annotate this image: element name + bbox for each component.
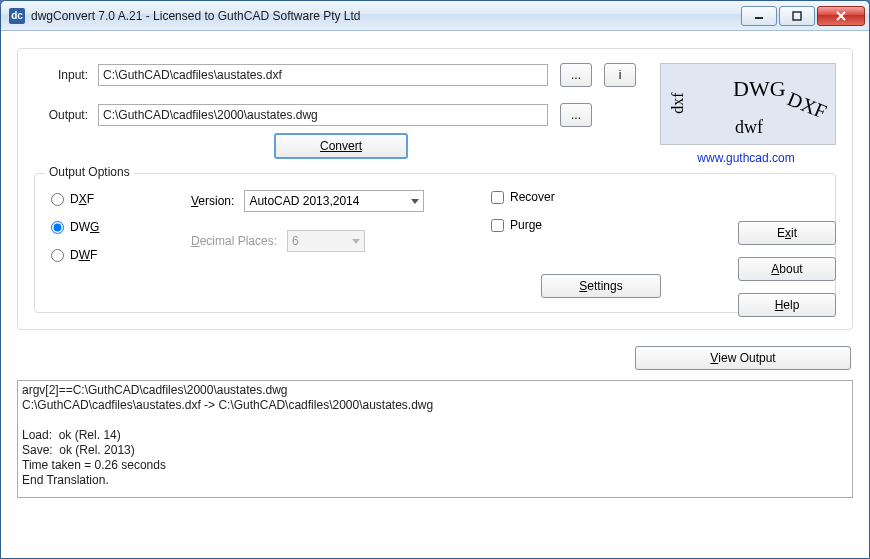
chevron-down-icon <box>411 199 419 204</box>
purge-checkbox[interactable]: Purge <box>491 218 621 232</box>
decimal-places-label: Decimal Places: <box>191 234 277 248</box>
chevron-down-icon <box>352 239 360 244</box>
svg-rect-1 <box>793 12 801 20</box>
recover-checkbox[interactable]: Recover <box>491 190 621 204</box>
close-icon <box>834 10 848 22</box>
format-dwg-radio[interactable]: DWG <box>51 220 191 234</box>
output-path-field[interactable] <box>98 104 548 126</box>
maximize-icon <box>791 11 803 21</box>
decimal-places-select: 6 <box>287 230 365 252</box>
input-label: Input: <box>34 68 98 82</box>
close-button[interactable] <box>817 6 865 26</box>
right-column: DWG dxf DXF dwf www.guthcad.com Exit Abo… <box>656 63 836 317</box>
exit-button[interactable]: Exit <box>738 221 836 245</box>
format-dwf-radio[interactable]: DWF <box>51 248 191 262</box>
help-button[interactable]: Help <box>738 293 836 317</box>
about-button[interactable]: About <box>738 257 836 281</box>
settings-button[interactable]: Settings <box>541 274 661 298</box>
decimal-places-value: 6 <box>292 234 299 248</box>
browse-output-button[interactable]: ... <box>560 103 592 127</box>
client-area: Input: ... i Output: ... Convert Output … <box>1 31 869 558</box>
convert-button[interactable]: Convert <box>274 133 408 159</box>
main-panel: Input: ... i Output: ... Convert Output … <box>17 48 853 330</box>
app-icon: dc <box>9 8 25 24</box>
version-value: AutoCAD 2013,2014 <box>249 194 359 208</box>
version-label: Version: <box>191 194 234 208</box>
view-output-button[interactable]: View Output <box>635 346 851 370</box>
output-label: Output: <box>34 108 98 122</box>
browse-input-button[interactable]: ... <box>560 63 592 87</box>
website-link[interactable]: www.guthcad.com <box>656 151 836 165</box>
output-options-title: Output Options <box>45 165 134 179</box>
window-title: dwgConvert 7.0 A.21 - Licensed to GuthCA… <box>31 9 361 23</box>
minimize-button[interactable] <box>741 6 777 26</box>
titlebar: dc dwgConvert 7.0 A.21 - Licensed to Gut… <box>1 1 869 31</box>
log-output[interactable]: argv[2]==C:\GuthCAD\cadfiles\2000\austat… <box>17 380 853 498</box>
app-window: dc dwgConvert 7.0 A.21 - Licensed to Gut… <box>0 0 870 559</box>
format-dxf-radio[interactable]: DXF <box>51 192 191 206</box>
info-button[interactable]: i <box>604 63 636 87</box>
minimize-icon <box>753 11 765 21</box>
input-path-field[interactable] <box>98 64 548 86</box>
logo-image: DWG dxf DXF dwf <box>660 63 836 145</box>
version-select[interactable]: AutoCAD 2013,2014 <box>244 190 424 212</box>
maximize-button[interactable] <box>779 6 815 26</box>
